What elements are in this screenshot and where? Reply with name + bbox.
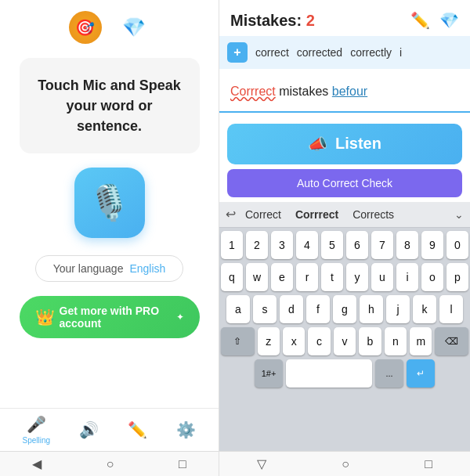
key-0[interactable]: 0 (446, 231, 468, 259)
key-a[interactable]: a (226, 295, 250, 323)
plus-badge[interactable]: + (227, 42, 248, 63)
key-z[interactable]: z (258, 327, 280, 355)
toolbar-edit[interactable]: ✏️ (128, 420, 147, 439)
kb-suggest-1[interactable]: Correct (240, 207, 286, 222)
key-6[interactable]: 6 (346, 231, 368, 259)
language-selector[interactable]: Your language English (35, 255, 184, 282)
nav-square-icon[interactable]: □ (425, 457, 432, 471)
home-icon[interactable]: ○ (107, 457, 114, 471)
nav-bar-left: ◀ ○ □ (0, 451, 219, 476)
listen-button[interactable]: 📣 Listen (227, 124, 462, 164)
key-n[interactable]: n (385, 327, 407, 355)
misspelled-word-2[interactable]: befour (332, 85, 367, 98)
key-9[interactable]: 9 (421, 231, 443, 259)
square-icon[interactable]: □ (179, 457, 186, 471)
suggestion-words: correct corrected correctly i (255, 46, 402, 59)
header-icons: ✏️ 💎 (410, 11, 459, 30)
suggestion-bar: + correct corrected correctly i (219, 36, 470, 69)
enter-key[interactable]: ↵ (407, 359, 435, 388)
key-7[interactable]: 7 (371, 231, 393, 259)
numpad-toggle[interactable]: 1#+ (255, 359, 283, 388)
nav-home-icon[interactable]: ○ (342, 457, 349, 471)
key-m[interactable]: m (410, 327, 432, 355)
misspelled-word-1[interactable]: Corrrect (230, 85, 276, 98)
key-b[interactable]: b (359, 327, 381, 355)
key-row-asdf: a s d f g h j k l (221, 295, 468, 323)
shift-key[interactable]: ⇧ (221, 327, 255, 355)
diamond-icon-right[interactable]: 💎 (439, 11, 459, 30)
key-x[interactable]: x (283, 327, 305, 355)
keyboard-rows: 1 2 3 4 5 6 7 8 9 0 q w e r t y u i (219, 228, 470, 451)
mistakes-count: 2 (306, 12, 315, 29)
toolbar-spelling[interactable]: 🎤 Spelling (23, 415, 51, 445)
back-icon[interactable]: ◀ (32, 456, 42, 471)
key-s[interactable]: s (253, 295, 277, 323)
key-t[interactable]: t (321, 263, 343, 291)
toolbar-volume[interactable]: 🔊 (79, 420, 99, 439)
auto-correct-bar[interactable]: Auto Correct Check (227, 169, 462, 197)
mic-toolbar-icon: 🎤 (27, 415, 46, 434)
language-value: English (129, 262, 165, 275)
diamond-icon-left[interactable]: 💎 (118, 11, 150, 44)
instruction-box: Touch Mic and Speak your word or sentenc… (20, 58, 200, 153)
gear-icon: ⚙️ (176, 420, 196, 439)
key-y[interactable]: y (346, 263, 368, 291)
kb-suggest-2[interactable]: Corrrect (291, 207, 343, 222)
listen-label: Listen (335, 135, 381, 153)
backspace-key[interactable]: ⌫ (435, 327, 468, 355)
key-4[interactable]: 4 (296, 231, 318, 259)
mic-button[interactable]: 🎙️ (74, 168, 145, 238)
nav-bar-right: ▽ ○ □ (219, 451, 470, 476)
edit-icon[interactable]: ✏️ (410, 11, 430, 30)
space-key[interactable] (286, 359, 372, 388)
key-e[interactable]: e (271, 263, 293, 291)
key-g[interactable]: g (333, 295, 356, 323)
key-row-numbers: 1 2 3 4 5 6 7 8 9 0 (221, 231, 468, 259)
suggestion-i[interactable]: i (400, 46, 402, 59)
pro-banner[interactable]: 👑 Get more with PRO account ✦ (20, 296, 200, 338)
star-icon: ✦ (176, 312, 184, 323)
text-middle: mistakes (279, 85, 332, 98)
suggestion-correct[interactable]: correct (255, 46, 289, 59)
target-icon[interactable]: 🎯 (69, 11, 102, 44)
key-w[interactable]: w (246, 263, 268, 291)
pro-text: Get more with PRO account (60, 305, 172, 330)
key-f[interactable]: f (306, 295, 330, 323)
key-d[interactable]: d (280, 295, 303, 323)
crown-icon: 👑 (35, 308, 55, 326)
suggestion-corrected[interactable]: corrected (297, 46, 342, 59)
kb-suggest-3[interactable]: Corrects (348, 207, 399, 222)
key-i[interactable]: i (396, 263, 418, 291)
key-3[interactable]: 3 (271, 231, 293, 259)
mistakes-title: Mistakes: 2 (230, 12, 315, 30)
key-5[interactable]: 5 (321, 231, 343, 259)
key-k[interactable]: k (413, 295, 436, 323)
right-panel: Mistakes: 2 ✏️ 💎 + correct corrected cor… (219, 0, 470, 476)
key-u[interactable]: u (371, 263, 393, 291)
top-icons: 🎯 💎 (0, 0, 219, 50)
key-p[interactable]: p (446, 263, 468, 291)
volume-icon: 🔊 (79, 420, 99, 439)
key-1[interactable]: 1 (221, 231, 243, 259)
keyboard-suggest-row: ↩ Correct Corrrect Corrects ⌄ (219, 202, 470, 228)
key-q[interactable]: q (221, 263, 243, 291)
key-8[interactable]: 8 (396, 231, 418, 259)
key-2[interactable]: 2 (246, 231, 268, 259)
key-c[interactable]: c (308, 327, 330, 355)
key-o[interactable]: o (421, 263, 443, 291)
key-j[interactable]: j (386, 295, 410, 323)
nav-back-icon[interactable]: ▽ (257, 456, 266, 471)
key-r[interactable]: r (296, 263, 318, 291)
key-v[interactable]: v (334, 327, 356, 355)
ellipsis-key[interactable]: ... (375, 359, 403, 388)
key-row-zxcv: ⇧ z x c v b n m ⌫ (221, 327, 468, 355)
misspelled-text-area: Corrrect mistakes befour (219, 75, 470, 111)
suggestion-correctly[interactable]: correctly (350, 46, 392, 59)
keyboard-area: ↩ Correct Corrrect Corrects ⌄ 1 2 3 4 5 … (219, 202, 470, 451)
key-l[interactable]: l (439, 295, 463, 323)
toolbar-settings[interactable]: ⚙️ (176, 420, 196, 439)
bottom-toolbar: 🎤 Spelling 🔊 ✏️ ⚙️ (0, 408, 219, 451)
chevron-down-icon[interactable]: ⌄ (454, 208, 464, 221)
microphone-icon: 🎙️ (88, 182, 131, 223)
key-h[interactable]: h (360, 295, 383, 323)
